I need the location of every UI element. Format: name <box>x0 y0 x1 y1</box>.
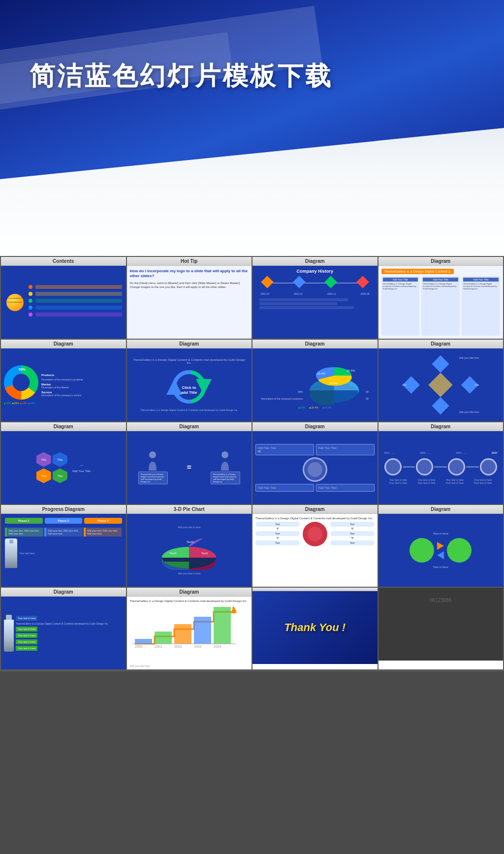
svg-rect-18 <box>214 607 231 644</box>
phase2: Phase 2 <box>45 518 83 524</box>
slide-history-content: Company History 2002.10 2003.12 <box>252 266 378 339</box>
svg-text:Text3: Text3 <box>169 552 177 555</box>
grid-row-1: Contents <box>1 257 503 339</box>
slide-pie3d-content: Add your text in here <box>127 514 252 587</box>
slide-hottip-label: Hot Tip <box>127 257 252 266</box>
slide-greencircles-label: Diagram <box>378 505 504 514</box>
slide-donut-cell[interactable]: Diagram 50% ■ 50% ■ 26% ■ 14% ■ 10% <box>1 340 126 421</box>
slide-contents-content <box>1 266 126 339</box>
slide-hex-label: Diagram <box>1 422 126 431</box>
slide-3dpie-content: 99%Description of the company's products <box>252 348 378 421</box>
slide-circular-label: Diagram <box>127 340 252 348</box>
mini-cards-row: Add Your Title ThemeGallery is a Design … <box>381 276 501 336</box>
slide-diamondx-content: Add your title here Add your title here … <box>378 348 504 421</box>
slide-hex-content: Title Title Title Title → Add Your Title <box>1 431 126 504</box>
svg-text:2000: 2000 <box>135 645 143 648</box>
slide-timeline-cell[interactable]: Diagram 2001 ....... 2002 ....... 2003 .… <box>378 422 504 504</box>
slide-diamondx-label: Diagram <box>378 340 504 348</box>
svg-text:2004: 2004 <box>214 645 221 648</box>
slide-greencircles-cell[interactable]: Diagram Text in here Text in here <box>378 505 504 587</box>
slide-contents-cell[interactable]: Contents <box>1 257 126 339</box>
svg-text:20.4%: 20.4% <box>317 372 326 375</box>
slide-hottip-cell[interactable]: Hot Tip How do I incorporate my logo to … <box>127 257 252 339</box>
svg-text:Click to: Click to <box>182 385 196 390</box>
slide-diamondx-cell[interactable]: Diagram Add your t <box>378 340 504 421</box>
hero-slide: 简洁蓝色幻灯片模板下载 <box>0 0 504 256</box>
slide-addtext-content: Add Your Text 40 Add Your Text <box>252 431 378 504</box>
slide-textboxes-content: Your text in here ThemeGallery is a Desi… <box>1 597 126 669</box>
slide-progress-cell[interactable]: Progress Diagram Phase 1 Phase 2 Phase 3… <box>1 505 126 587</box>
contents-list <box>29 285 122 319</box>
grid-row-3: Diagram Title Title Title Title → Add Yo… <box>1 422 503 504</box>
svg-text:Text2: Text2 <box>187 540 194 543</box>
slide-textboxes-cell[interactable]: Diagram Your text in here ThemeGallery i… <box>1 588 126 669</box>
hottip-title: How do I incorporate my logo to a slide … <box>130 269 249 279</box>
hero-white-area <box>0 128 504 256</box>
empty-dark-area: 06123086 <box>378 588 504 661</box>
svg-text:add Title: add Title <box>181 390 197 395</box>
slide-addtext-label: Diagram <box>252 422 378 431</box>
slide-thankyou-label <box>252 588 378 591</box>
thumbnail-grid: Contents <box>0 256 504 671</box>
slide-persons-label: Diagram <box>127 422 252 431</box>
slide-persons-content: ThemeGallery is a Design Digital Content… <box>127 431 252 504</box>
slide-pie3d-label: 3-D Pie Chart <box>127 505 252 514</box>
slide-flow-label: Diagram <box>252 505 378 514</box>
slide-empty-cell: 06123086 <box>378 588 504 669</box>
phase1: Phase 1 <box>5 518 43 524</box>
slide-history-label: Diagram <box>252 257 378 266</box>
slide-contents-label: Contents <box>1 257 126 266</box>
slide-cards-label: Diagram <box>378 257 504 266</box>
slide-donut-label: Diagram <box>1 340 126 348</box>
slide-flow-cell[interactable]: Diagram ThemeGallery is a Design Digital… <box>252 505 378 587</box>
globe-figure <box>5 283 25 322</box>
slide-greencircles-content: Text in here Text in here <box>378 514 504 587</box>
thankyou-text: Thank You ! <box>284 621 346 634</box>
slide-arrowgrowth-cell[interactable]: Diagram ThemeGallery is a Design Digital… <box>127 588 252 669</box>
slide-hottip-content: How do I incorporate my logo to a slide … <box>127 266 252 339</box>
svg-rect-15 <box>155 632 172 644</box>
grid-row-5: Diagram Your text in here ThemeGallery i… <box>1 588 503 669</box>
slide-arrowgrowth-content: ThemeGallery is a Design Digital Content… <box>127 597 252 669</box>
slide-thankyou-content: Thank You ! <box>252 591 378 664</box>
slide-cards-content: ThemeGallery is a Design Digital Content… <box>378 266 504 339</box>
slide-timeline-label: Diagram <box>378 422 504 431</box>
hottip-body: On the [View] menu, point to [Master] an… <box>130 281 249 289</box>
slide-persons-cell[interactable]: Diagram ThemeGallery is a Design Digital… <box>127 422 252 504</box>
slide-thankyou-cell[interactable]: Thank You ! <box>252 588 378 669</box>
grid-row-2: Diagram 50% ■ 50% ■ 26% ■ 14% ■ 10% <box>1 340 503 421</box>
grid-row-4: Progress Diagram Phase 1 Phase 2 Phase 3… <box>1 505 503 587</box>
svg-rect-17 <box>194 617 211 644</box>
svg-rect-16 <box>174 624 191 644</box>
svg-text:2001: 2001 <box>155 645 162 648</box>
slide-donut-content: 50% ■ 50% ■ 26% ■ 14% ■ 10% Products Des… <box>1 348 126 421</box>
history-title: Company History <box>255 269 375 274</box>
svg-rect-14 <box>135 639 152 644</box>
svg-text:Text1: Text1 <box>201 552 209 555</box>
svg-text:20.4%: 20.4% <box>329 382 338 385</box>
slide-timeline-content: 2001 ....... 2002 ....... 2003 ....... 2… <box>378 431 504 504</box>
slide-3dpie-label: Diagram <box>252 340 378 348</box>
slide-cards-cell[interactable]: Diagram ThemeGallery is a Design Digital… <box>378 257 504 339</box>
svg-point-8 <box>221 451 228 458</box>
svg-text:29.4%: 29.4% <box>346 369 355 372</box>
slide-3dpie-cell[interactable]: Diagram 99%Description of the company's … <box>252 340 378 421</box>
slide-circular-cell[interactable]: Diagram ThemeGallery is a Design Digital… <box>127 340 252 421</box>
slide-flow-content: ThemeGallery is a Design Digital Content… <box>252 514 378 587</box>
svg-text:2003: 2003 <box>194 645 202 648</box>
slide-arrowgrowth-label: Diagram <box>127 588 252 597</box>
svg-point-7 <box>149 451 156 458</box>
orange-badge: ThemeGallery is a Design Digital Content… <box>381 269 454 274</box>
slide-textboxes-label: Diagram <box>1 588 126 597</box>
slide-addtext-cell[interactable]: Diagram Add Your Text 40 Add Your Text <box>252 422 378 504</box>
watermark-text: 06123086 <box>378 588 504 613</box>
slide-progress-content: Phase 1 Phase 2 Phase 3 Add your text. A… <box>1 514 126 587</box>
slide-history-cell[interactable]: Diagram Company History 2002.1 <box>252 257 378 339</box>
hero-title: 简洁蓝色幻灯片模板下载 <box>30 59 333 94</box>
slide-progress-label: Progress Diagram <box>1 505 126 514</box>
slide-circular-content: ThemeGallery is a Design Digital Content… <box>127 348 252 421</box>
phase3: Phase 3 <box>84 518 122 524</box>
slide-pie3d-cell[interactable]: 3-D Pie Chart Add your text in here <box>127 505 252 587</box>
svg-text:2002: 2002 <box>174 645 182 648</box>
slide-hex-cell[interactable]: Diagram Title Title Title Title → Add Yo… <box>1 422 126 504</box>
